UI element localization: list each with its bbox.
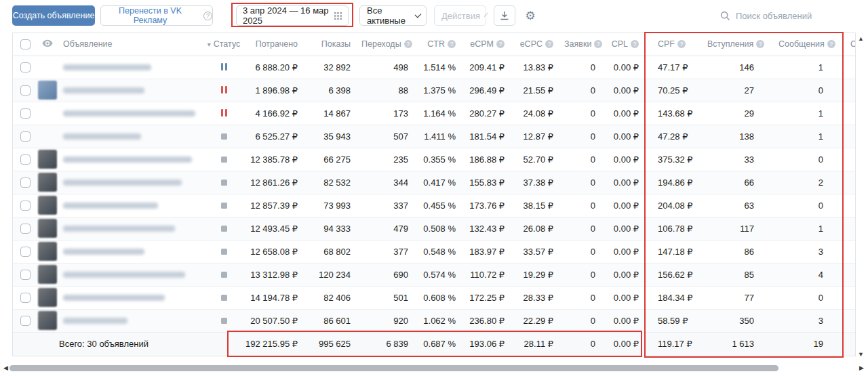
download-icon	[500, 11, 509, 20]
ad-name-cell[interactable]	[58, 171, 203, 194]
table-row[interactable]: 12 857.39 ₽73 9933370.455 %173.76 ₽38.15…	[13, 194, 856, 217]
table-row[interactable]: 12 658.08 ₽68 8023770.548 %183.97 ₽33.57…	[13, 240, 856, 263]
search-field[interactable]	[716, 5, 856, 26]
table-row[interactable]: 14 194.78 ₽82 4065010.608 %172.25 ₽28.33…	[13, 286, 856, 309]
table-row[interactable]: 12 385.78 ₽66 2752350.355 %186.88 ₽52.70…	[13, 148, 856, 171]
info-icon[interactable]: ?	[545, 40, 553, 48]
ad-name-cell[interactable]	[58, 240, 203, 263]
column-header-name[interactable]: Объявление	[58, 33, 203, 56]
table-row[interactable]: 20 507.50 ₽86 6019201.062 %236.80 ₽22.29…	[13, 309, 856, 332]
column-header-shows[interactable]: Показы	[309, 33, 361, 56]
row-checkbox[interactable]	[20, 154, 31, 165]
cell-clicks: 501	[361, 286, 419, 309]
ad-name-cell[interactable]	[58, 263, 203, 286]
row-checkbox[interactable]	[20, 224, 31, 234]
cell-ctr: 0.574 %	[419, 263, 467, 286]
cell-cpl: 0.00 ₽	[606, 263, 650, 286]
table-row[interactable]: 4 166.92 ₽14 8671731.164 %280.27 ₽24.08 …	[13, 102, 856, 125]
ad-thumbnail-cell	[37, 194, 58, 217]
table-row[interactable]: 6 888.20 ₽32 8924981.514 %209.41 ₽13.83 …	[13, 56, 856, 79]
row-checkbox[interactable]	[20, 85, 31, 96]
row-checkbox[interactable]	[20, 247, 31, 257]
info-icon[interactable]: ?	[448, 40, 456, 48]
info-icon[interactable]: ?	[827, 40, 835, 48]
status-stopped-icon	[221, 226, 227, 232]
column-header-ecpm[interactable]: eCPM?	[467, 33, 515, 56]
row-checkbox[interactable]	[20, 201, 31, 211]
cell-cpl: 0.00 ₽	[606, 286, 650, 309]
select-all-checkbox[interactable]	[20, 39, 31, 49]
column-header-status[interactable]: ▾Статус	[203, 33, 244, 56]
cell-messages: 2	[778, 171, 846, 194]
cell-shows: 82 532	[309, 171, 361, 194]
row-checkbox[interactable]	[20, 177, 31, 188]
date-range-picker[interactable]: 3 апр 2024 — 16 мар 2025	[236, 5, 349, 26]
actions-dropdown[interactable]: Действия	[434, 5, 486, 26]
column-header-spent[interactable]: Потрачено	[244, 33, 309, 56]
cell-ecpc: 26.08 ₽	[515, 217, 564, 240]
ad-thumbnail	[38, 150, 57, 169]
column-header-clicks[interactable]: Переходы?	[361, 33, 419, 56]
ad-thumbnail-cell	[37, 102, 58, 125]
row-checkbox[interactable]	[20, 62, 31, 72]
ad-name-cell[interactable]	[58, 194, 203, 217]
cell-ecpm: 155.83 ₽	[467, 171, 515, 194]
cell-cpl: 0.00 ₽	[606, 171, 650, 194]
column-header-joins[interactable]: Вступления?	[707, 33, 778, 56]
horizontal-scrollbar-thumb[interactable]	[9, 365, 778, 371]
column-header-ctr[interactable]: CTR?	[419, 33, 467, 56]
column-header-cpl[interactable]: CPL?	[606, 33, 650, 56]
export-download-button[interactable]	[494, 5, 515, 26]
row-checkbox[interactable]	[20, 293, 31, 303]
ad-name-cell[interactable]	[58, 125, 203, 148]
totals-label: Всего: 30 объявлений	[13, 332, 244, 356]
row-checkbox[interactable]	[20, 316, 31, 326]
cell-partial	[846, 56, 856, 79]
scroll-up-arrow[interactable]: ▲	[858, 36, 864, 42]
total-leads: 0	[564, 332, 606, 356]
scroll-right-arrow[interactable]: ▶	[859, 365, 864, 371]
table-row[interactable]: 13 312.98 ₽120 2346900.574 %110.72 ₽19.2…	[13, 263, 856, 286]
info-icon[interactable]: ?	[203, 12, 212, 20]
status-stopped-icon	[221, 133, 227, 140]
column-header-messages[interactable]: Сообщения?	[778, 33, 846, 56]
table-row[interactable]: 12 861.26 ₽82 5323440.417 %155.83 ₽37.38…	[13, 171, 856, 194]
ad-name-cell[interactable]	[58, 148, 203, 171]
ad-name-cell[interactable]	[58, 309, 203, 332]
ad-name-redacted	[63, 133, 141, 140]
table-row[interactable]: 12 493.45 ₽94 3334790.508 %132.43 ₽26.08…	[13, 217, 856, 240]
ad-name-cell[interactable]	[58, 286, 203, 309]
gear-icon: ⚙	[525, 9, 535, 23]
status-filter-dropdown[interactable]: Все активные	[359, 5, 427, 26]
info-icon[interactable]: ?	[756, 40, 764, 48]
search-input[interactable]	[736, 11, 851, 21]
column-header-leads[interactable]: Заявки?	[564, 33, 606, 56]
table-row[interactable]: 1 896.98 ₽6 398881.375 %296.49 ₽21.55 ₽0…	[13, 79, 856, 102]
row-checkbox[interactable]	[20, 108, 31, 119]
info-icon[interactable]: ?	[404, 40, 412, 48]
info-icon[interactable]: ?	[631, 40, 639, 48]
row-checkbox[interactable]	[20, 131, 31, 142]
cell-ecpm: 132.43 ₽	[467, 217, 515, 240]
info-icon[interactable]: ?	[677, 40, 686, 48]
scroll-left-arrow[interactable]: ◀	[3, 365, 8, 371]
info-icon[interactable]: ?	[496, 40, 505, 48]
settings-button[interactable]: ⚙	[519, 5, 541, 26]
column-header-cpf[interactable]: CPF?	[650, 33, 707, 56]
create-ad-button[interactable]: Создать объявление	[12, 5, 95, 26]
cell-joins: 85	[707, 263, 778, 286]
ad-name-redacted	[63, 64, 151, 70]
ad-name-cell[interactable]	[58, 79, 203, 102]
info-icon[interactable]: ?	[594, 40, 602, 48]
ad-name-redacted	[63, 226, 175, 232]
scroll-down-arrow[interactable]: ▼	[858, 352, 864, 358]
transfer-to-vk-ads-button[interactable]: Перенести в VK Рекламу ?	[100, 5, 213, 26]
row-checkbox[interactable]	[20, 270, 31, 280]
ad-name-cell[interactable]	[58, 217, 203, 240]
table-row[interactable]: 6 525.27 ₽35 9435071.411 %181.54 ₽12.87 …	[13, 125, 856, 148]
cell-clicks: 173	[361, 102, 419, 125]
column-header-ecpc[interactable]: eCPC?	[515, 33, 564, 56]
ad-name-cell[interactable]	[58, 56, 203, 79]
cell-leads: 0	[564, 148, 606, 171]
ad-name-cell[interactable]	[58, 102, 203, 125]
